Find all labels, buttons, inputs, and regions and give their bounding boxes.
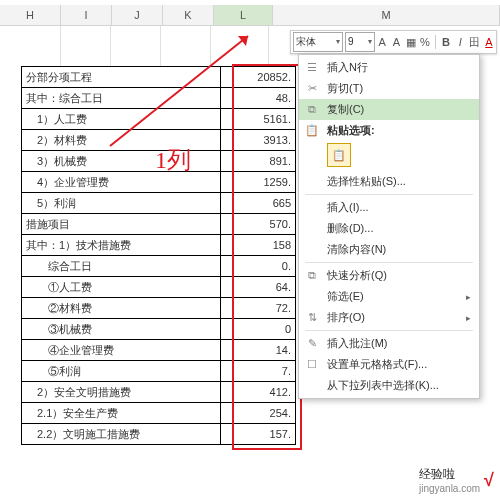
row-label-cell[interactable]: ④企业管理费 [22,340,221,361]
row-value-cell[interactable]: 72. [220,298,295,319]
table-row[interactable]: 综合工日0. [22,256,296,277]
table-row[interactable]: 措施项目570. [22,214,296,235]
row-label-cell[interactable]: ⑤利润 [22,361,221,382]
row-label-cell[interactable]: ②材料费 [22,298,221,319]
table-row[interactable]: 其中：综合工日48. [22,88,296,109]
row-label-cell[interactable]: 2.2）文明施工措施费 [22,424,221,445]
paste-icon: 📋 [303,123,321,139]
menu-label: 排序(O) [327,310,466,325]
menu-delete[interactable]: 删除(D)... [299,218,479,239]
menu-insert[interactable]: 插入(I)... [299,197,479,218]
menu-paste-special[interactable]: 选择性粘贴(S)... [299,171,479,192]
row-value-cell[interactable]: 891. [220,151,295,172]
menu-format-cells[interactable]: ☐ 设置单元格格式(F)... [299,354,479,375]
table-row[interactable]: 3）机械费891. [22,151,296,172]
row-value-cell[interactable]: 157. [220,424,295,445]
row-label-cell[interactable]: 其中：1）技术措施费 [22,235,221,256]
menu-paste-options-header: 📋 粘贴选项: [299,120,479,141]
row-value-cell[interactable]: 0. [220,256,295,277]
percent-button[interactable]: % [418,34,432,50]
row-label-cell[interactable]: ③机械费 [22,319,221,340]
chevron-right-icon: ▸ [466,313,471,323]
table-row[interactable]: ⑤利润7. [22,361,296,382]
row-value-cell[interactable]: 5161. [220,109,295,130]
font-size-select[interactable]: 9 ▾ [345,32,375,52]
context-menu: ☰ 插入N行 ✂ 剪切(T) ⧉ 复制(C) 📋 粘贴选项: 📋 选择性粘贴(S… [298,54,480,399]
menu-label: 从下拉列表中选择(K)... [327,378,471,393]
row-value-cell[interactable]: 7. [220,361,295,382]
menu-cut[interactable]: ✂ 剪切(T) [299,78,479,99]
border-button[interactable]: 田 [467,34,481,50]
table-row[interactable]: 1）人工费5161. [22,109,296,130]
row-value-cell[interactable]: 20852. [220,67,295,88]
row-label-cell[interactable]: 3）机械费 [22,151,221,172]
row-value-cell[interactable]: 48. [220,88,295,109]
row-value-cell[interactable]: 254. [220,403,295,424]
font-name: 宋体 [296,33,316,51]
data-table[interactable]: 分部分项工程20852.其中：综合工日48. 1）人工费5161. 2）材料费3… [21,66,296,445]
italic-button[interactable]: I [453,34,467,50]
row-label-cell[interactable]: 综合工日 [22,256,221,277]
format-button[interactable]: ▦ [404,34,418,50]
row-value-cell[interactable]: 0 [220,319,295,340]
menu-insert-n-rows[interactable]: ☰ 插入N行 [299,57,479,78]
row-label-cell[interactable]: 其中：综合工日 [22,88,221,109]
table-row[interactable]: ③机械费0 [22,319,296,340]
row-label-cell[interactable]: 2.1）安全生产费 [22,403,221,424]
decrease-font-button[interactable]: A [389,34,403,50]
col-head-K[interactable]: K [163,5,214,25]
row-value-cell[interactable]: 64. [220,277,295,298]
row-label-cell[interactable]: 措施项目 [22,214,221,235]
row-value-cell[interactable]: 158 [220,235,295,256]
row-value-cell[interactable]: 412. [220,382,295,403]
font-select[interactable]: 宋体 ▾ [293,32,343,52]
chevron-right-icon: ▸ [466,292,471,302]
column-header-row: H I J K L M [0,5,500,26]
row-value-cell[interactable]: 665 [220,193,295,214]
table-row[interactable]: ②材料费72. [22,298,296,319]
table-row[interactable]: 2）安全文明措施费412. [22,382,296,403]
row-label-cell[interactable]: 分部分项工程 [22,67,221,88]
row-value-cell[interactable]: 1259. [220,172,295,193]
menu-label: 清除内容(N) [327,242,471,257]
row-label-cell[interactable]: 1）人工费 [22,109,221,130]
col-head-L[interactable]: L [214,5,273,25]
col-head-M[interactable]: M [273,5,500,25]
table-row[interactable]: 2.2）文明施工措施费157. [22,424,296,445]
table-row[interactable]: 5）利润665 [22,193,296,214]
table-row[interactable]: ①人工费64. [22,277,296,298]
menu-dropdown-select[interactable]: 从下拉列表中选择(K)... [299,375,479,396]
col-head-I[interactable]: I [61,5,112,25]
menu-filter[interactable]: 筛选(E) ▸ [299,286,479,307]
format-cells-icon: ☐ [303,357,321,373]
mini-toolbar: 宋体 ▾ 9 ▾ A A ▦ % B I 田 A [290,30,497,54]
col-head-H[interactable]: H [0,5,61,25]
menu-sort[interactable]: ⇅ 排序(O) ▸ [299,307,479,328]
menu-quick-analysis[interactable]: ⧉ 快速分析(Q) [299,265,479,286]
paste-option-normal[interactable]: 📋 [327,143,351,167]
row-label-cell[interactable]: 2）安全文明措施费 [22,382,221,403]
menu-clear[interactable]: 清除内容(N) [299,239,479,260]
increase-font-button[interactable]: A [375,34,389,50]
table-row[interactable]: 其中：1）技术措施费158 [22,235,296,256]
row-value-cell[interactable]: 3913. [220,130,295,151]
blank-icon [303,242,321,258]
insert-rows-icon: ☰ [303,60,321,76]
menu-insert-comment[interactable]: ✎ 插入批注(M) [299,333,479,354]
row-label-cell[interactable]: 2）材料费 [22,130,221,151]
table-row[interactable]: 分部分项工程20852. [22,67,296,88]
row-label-cell[interactable]: ①人工费 [22,277,221,298]
row-value-cell[interactable]: 570. [220,214,295,235]
font-color-button[interactable]: A [482,34,496,50]
blank-icon [303,221,321,237]
menu-copy[interactable]: ⧉ 复制(C) [299,99,479,120]
col-head-J[interactable]: J [112,5,163,25]
row-label-cell[interactable]: 4）企业管理费 [22,172,221,193]
table-row[interactable]: 2）材料费3913. [22,130,296,151]
table-row[interactable]: 4）企业管理费1259. [22,172,296,193]
table-row[interactable]: 2.1）安全生产费254. [22,403,296,424]
table-row[interactable]: ④企业管理费14. [22,340,296,361]
row-value-cell[interactable]: 14. [220,340,295,361]
row-label-cell[interactable]: 5）利润 [22,193,221,214]
bold-button[interactable]: B [439,34,453,50]
